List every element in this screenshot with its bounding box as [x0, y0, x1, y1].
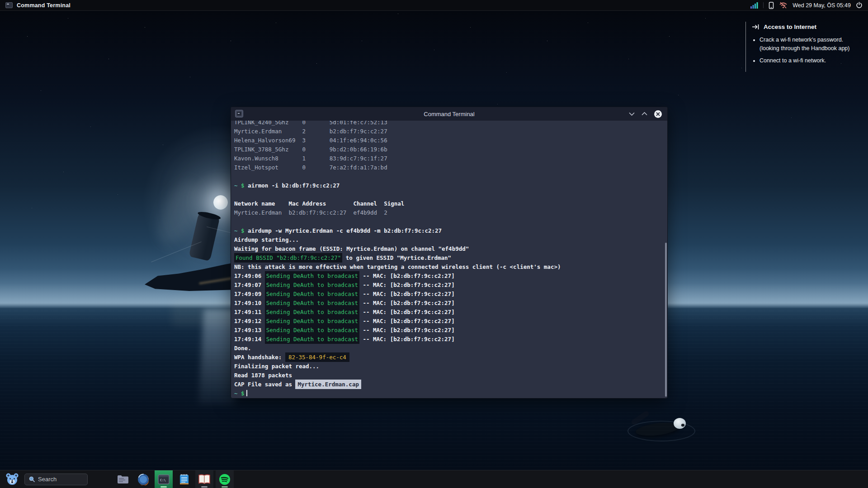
terminal-line: WPA handshake: 82-35-84-9f-ec-c4	[234, 353, 667, 362]
objective-item: Crack a wi-fi network's password. (looki…	[760, 36, 861, 52]
notepad-icon	[179, 474, 189, 485]
terminal-line: Myrtice.Erdman 2 b2:db:f7:9c:c2:27	[234, 127, 667, 136]
terminal-line: Network name Mac Address Channel Signal	[234, 199, 667, 208]
terminal-line: 17:49:09 Sending DeAuth to broadcast -- …	[234, 290, 667, 299]
search-icon	[29, 476, 35, 482]
topbar-separator	[763, 2, 764, 8]
terminal-line: Found BSSID "b2:db:f7:9c:c2:27" to given…	[234, 253, 667, 263]
network-stats-icon[interactable]	[750, 2, 758, 9]
running-indicator	[201, 486, 208, 488]
bear-icon	[5, 472, 19, 487]
terminal-line: ~ $	[234, 389, 667, 398]
swimmer	[627, 404, 695, 446]
swimmer-body	[635, 421, 679, 438]
terminal-line: 17:49:11 Sending DeAuth to broadcast -- …	[234, 308, 667, 317]
terminal-line: Helena_Halvorson69 3 04:1f:e6:94:0c:56	[234, 136, 667, 145]
terminal-line: Done.	[234, 344, 667, 353]
search-input[interactable]: Search	[24, 474, 88, 485]
terminal-line	[234, 190, 667, 199]
terminal-scrollbar[interactable]	[665, 243, 667, 397]
access-arrow-icon	[752, 24, 760, 30]
terminal-output: TPLINK_4240_5Ghz 0 5d:01:fe:c7:52:13Myrt…	[234, 121, 667, 398]
terminal-line: 17:49:07 Sending DeAuth to broadcast -- …	[234, 281, 667, 290]
terminal-line: Itzel_Hotspot 0 7e:a2:fd:a1:7a:bd	[234, 163, 667, 172]
spotify-icon	[219, 474, 231, 485]
terminal-line	[234, 172, 667, 181]
taskbar-item-notepad[interactable]	[175, 470, 193, 488]
objective-panel: Access to Internet Crack a wi-fi network…	[745, 22, 861, 72]
swimmer-arm	[630, 410, 650, 426]
objective-item: Connect to a wi-fi network.	[760, 56, 861, 65]
browser-icon	[137, 474, 149, 485]
search-placeholder: Search	[38, 476, 57, 483]
terminal-window-title: Command Terminal	[231, 111, 667, 117]
ship-funnel	[189, 212, 220, 261]
desktop: Command Terminal Wed 29 May, ÖS 05:49	[0, 0, 868, 488]
taskbar: Search C:\	[0, 470, 868, 488]
objective-list: Crack a wi-fi network's password. (looki…	[760, 36, 861, 65]
svg-text:C:\: C:\	[160, 479, 166, 482]
terminal-body[interactable]: TPLINK_4240_5Ghz 0 5d:01:fe:c7:52:13Myrt…	[231, 121, 667, 398]
power-icon[interactable]	[856, 2, 863, 9]
folder-icon	[117, 474, 129, 484]
taskbar-item-file-explorer[interactable]	[114, 470, 132, 488]
taskbar-item-handbook[interactable]	[195, 470, 213, 488]
taskbar-item-browser[interactable]	[134, 470, 152, 488]
swimmer-cap	[674, 418, 686, 429]
running-indicator	[222, 486, 228, 488]
active-app-title: Command Terminal	[17, 2, 71, 9]
terminal-line: CAP File saved as Myrtice.Erdman.cap	[234, 380, 667, 389]
terminal-line: 17:49:13 Sending DeAuth to broadcast -- …	[234, 326, 667, 335]
taskbar-item-terminal-active[interactable]: C:\	[155, 470, 173, 488]
book-icon	[198, 474, 211, 485]
water-ripple	[627, 421, 695, 441]
maximize-icon[interactable]	[642, 112, 647, 116]
terminal-icon: C:\	[158, 474, 170, 484]
taskbar-item-music[interactable]	[216, 470, 234, 488]
terminal-line: Airdump starting...	[234, 235, 667, 244]
terminal-line	[234, 217, 667, 226]
active-app-icon	[5, 2, 13, 8]
swimmer-goggles	[681, 423, 685, 427]
phone-icon[interactable]	[769, 2, 774, 9]
moon	[213, 195, 228, 210]
terminal-line: ~ $ airdump -w Myrtice.Erdman -c ef4b9dd…	[234, 226, 667, 235]
close-icon[interactable]	[654, 110, 662, 118]
terminal-line: 17:49:06 Sending DeAuth to broadcast -- …	[234, 272, 667, 281]
wifi-off-icon[interactable]	[779, 2, 788, 9]
terminal-line: Kavon.Wunsch8 1 83:9d:c7:9c:1f:27	[234, 154, 667, 163]
terminal-line: TPLINK_4240_5Ghz 0 5d:01:fe:c7:52:13	[234, 121, 667, 127]
terminal-cursor	[246, 390, 247, 396]
running-indicator	[160, 486, 167, 488]
terminal-line: Myrtice.Erdman b2:db:f7:9c:c2:27 ef4b9dd…	[234, 208, 667, 217]
minimize-icon[interactable]	[629, 112, 635, 116]
terminal-line: 17:49:10 Sending DeAuth to broadcast -- …	[234, 299, 667, 308]
terminal-line: 17:49:12 Sending DeAuth to broadcast -- …	[234, 317, 667, 326]
terminal-titlebar[interactable]: Command Terminal	[231, 107, 667, 121]
terminal-line: TPLINK_3788_5Ghz 0 9b:d2:0b:66:19:6b	[234, 145, 667, 154]
terminal-window: Command Terminal TPLINK_4240_5Ghz 0 5d:0…	[231, 107, 668, 399]
objective-title: Access to Internet	[764, 23, 816, 30]
terminal-line: ~ $ airmon -i b2:db:f7:9c:c2:27	[234, 181, 667, 190]
terminal-line: Finalizing packet read...	[234, 362, 667, 371]
terminal-line: 17:49:14 Sending DeAuth to broadcast -- …	[234, 335, 667, 344]
terminal-line: Read 1878 packets	[234, 371, 667, 380]
clock[interactable]: Wed 29 May, ÖS 05:49	[793, 2, 851, 9]
start-menu-button[interactable]	[5, 472, 20, 487]
terminal-line: Waiting for beacon frame (ESSID: Myrtice…	[234, 244, 667, 253]
system-topbar: Command Terminal Wed 29 May, ÖS 05:49	[0, 0, 868, 11]
terminal-line: NB: this attack is more effective when t…	[234, 263, 667, 272]
